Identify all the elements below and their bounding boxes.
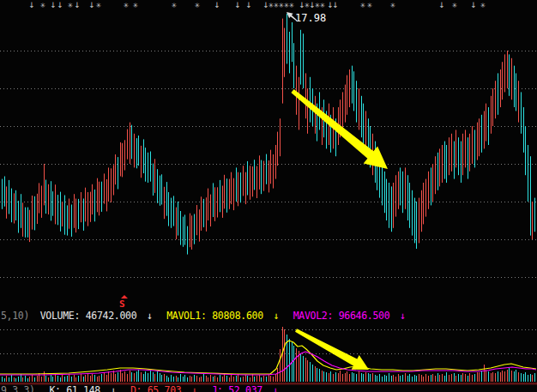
- svg-text:↓: ↓: [88, 1, 95, 9]
- stock-chart-screenshot: ↓✳↓↓✳↓↓✳✳✳✳✳↓↓↓↓✳✳✳✳✳↓✳↓✳✳↓↓✳✳✳↓✳↓✳ 17.9…: [0, 0, 537, 392]
- svg-text:✳: ✳: [96, 2, 102, 9]
- kdj-k-value: K: 61.148: [49, 384, 100, 392]
- svg-text:✳: ✳: [195, 2, 201, 9]
- sell-marker: S: [119, 299, 125, 309]
- mavol2-line: [0, 352, 536, 375]
- svg-text:✳: ✳: [172, 2, 178, 9]
- k-down-icon: ↓: [111, 384, 117, 392]
- candlestick-bars: [3, 14, 537, 255]
- mavol1-value: MAVOL1: 80808.600: [166, 310, 263, 322]
- svg-text:↓: ↓: [470, 1, 477, 9]
- downtrend-arrow-main: [291, 89, 388, 169]
- svg-text:✳: ✳: [289, 2, 295, 9]
- svg-text:✳: ✳: [133, 2, 139, 9]
- j-down-icon: ↓: [273, 384, 279, 392]
- volume-gridlines: [0, 330, 537, 354]
- svg-text:↓: ↓: [245, 1, 252, 9]
- svg-text:↓: ↓: [234, 1, 241, 9]
- svg-text:↓: ↓: [332, 1, 339, 9]
- event-marker-row: ↓✳↓↓✳↓↓✳✳✳✳✳↓↓↓↓✳✳✳✳✳↓✳↓✳✳↓↓✳✳✳↓✳↓✳: [28, 1, 486, 9]
- svg-text:↓: ↓: [438, 1, 445, 9]
- kdj-indicator-header: 9,3,3) K: 61.148 ↓ D: 65.703 ↓ J: 52.037…: [1, 384, 278, 392]
- mavol1-line: [0, 341, 536, 374]
- svg-text:✳: ✳: [480, 2, 486, 9]
- stock-chart-canvas: ↓✳↓↓✳↓↓✳✳✳✳✳↓↓↓↓✳✳✳✳✳↓✳↓✳✳↓↓✳✳✳↓✳↓✳: [0, 0, 537, 392]
- svg-text:✳: ✳: [367, 2, 373, 9]
- svg-text:↓: ↓: [28, 1, 35, 9]
- volume-params: 5,10): [1, 310, 29, 322]
- kdj-params: 9,3,3): [1, 384, 35, 392]
- kdj-j-value: J: 52.037: [211, 384, 262, 392]
- svg-text:✳: ✳: [390, 2, 396, 9]
- d-down-icon: ↓: [191, 384, 197, 392]
- svg-text:✳: ✳: [68, 2, 74, 9]
- mavol2-value: MAVOL2: 96646.500: [293, 310, 390, 322]
- mavol1-down-icon: ↓: [273, 310, 279, 322]
- svg-text:✳: ✳: [452, 2, 458, 9]
- svg-text:↓: ↓: [57, 1, 63, 9]
- svg-text:↓: ↓: [74, 1, 81, 9]
- volume-down-icon: ↓: [147, 310, 153, 322]
- svg-text:✳: ✳: [40, 2, 46, 9]
- svg-text:↓: ↓: [214, 1, 220, 9]
- peak-price-label: 17.98: [295, 12, 326, 24]
- svg-text:✳: ✳: [320, 2, 326, 9]
- svg-text:↓: ↓: [50, 1, 57, 9]
- svg-text:✳: ✳: [124, 2, 130, 9]
- volume-indicator-header: 5,10) VOLUME: 46742.000 ↓ MAVOL1: 80808.…: [1, 310, 406, 322]
- kdj-d-value: D: 65.703: [130, 384, 182, 392]
- mavol2-down-icon: ↓: [400, 310, 406, 322]
- volume-value: VOLUME: 46742.000: [40, 310, 137, 322]
- svg-text:✳: ✳: [360, 2, 366, 9]
